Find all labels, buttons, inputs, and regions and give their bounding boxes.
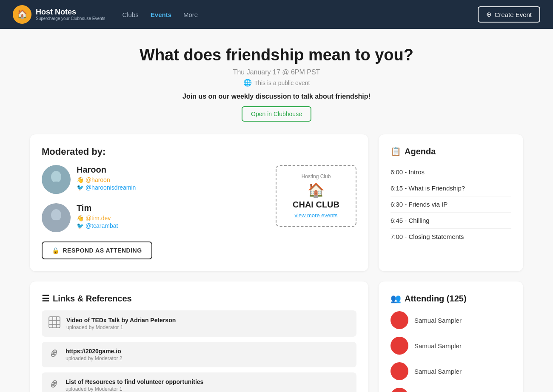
hosting-club-name: CHAI CLUB xyxy=(287,200,345,210)
link-info-url: https://2020game.io uploaded by Moderato… xyxy=(66,348,122,361)
haroon-clubhouse: 👋 @haroon xyxy=(77,176,136,183)
agenda-item-4: 6:45 - Chilling xyxy=(391,213,511,229)
attendee-avatar-3 xyxy=(391,362,408,380)
nav-links: Clubs Events More xyxy=(122,11,478,18)
haroon-twitter: 🐦 @haroonisdreamin xyxy=(77,184,136,191)
svg-point-3 xyxy=(51,171,61,183)
agenda-item-1: 6:00 - Intros xyxy=(391,164,511,180)
link-title-resources: List of Resources to find volunteer oppo… xyxy=(66,378,203,385)
lock-icon: 🔒 xyxy=(52,247,60,254)
attendee-name-2: Samual Sampler xyxy=(414,342,462,349)
video-icon xyxy=(48,316,60,331)
svg-rect-8 xyxy=(49,317,60,328)
globe-icon: 🌐 xyxy=(243,79,252,87)
attend-section: 🔒 RESPOND AS ATTENDING xyxy=(42,241,263,259)
attendee-3: Samual Sampler xyxy=(391,362,511,380)
event-public: 🌐 This is a public event xyxy=(243,79,310,87)
attending-title: 👥 Attending (125) xyxy=(391,293,511,304)
logo-sub: Supercharge your Clubhouse Events xyxy=(36,16,105,21)
tim-avatar xyxy=(42,203,71,232)
svg-point-6 xyxy=(51,209,61,221)
hosting-club-box: Hosting Club 🏠 CHAI CLUB view more event… xyxy=(276,165,356,227)
open-clubhouse-button[interactable]: Open in Clubhouse xyxy=(242,106,311,122)
haroon-name: Haroon xyxy=(77,165,136,175)
page-content: What does friendship mean to you? Thu Ja… xyxy=(21,29,532,392)
link-item-resources: List of Resources to find volunteer oppo… xyxy=(42,372,356,392)
chain-icon-2 xyxy=(48,378,60,392)
links-title: ☰ Links & References xyxy=(42,293,356,304)
agenda-item-5: 7:00 - Closing Statements xyxy=(391,229,511,244)
nav-clubs[interactable]: Clubs xyxy=(122,11,138,18)
attending-card: 👥 Attending (125) Samual Sampler Samual … xyxy=(379,281,523,392)
moderated-card: Moderated by: Haroon 👋 @haroon xyxy=(30,134,368,271)
link-uploader-video: uploaded by Moderator 1 xyxy=(66,324,176,330)
create-event-button[interactable]: ⊕ Create Event xyxy=(478,6,540,23)
logo: 🏠 Host Notes Supercharge your Clubhouse … xyxy=(13,5,105,24)
logo-text: Host Notes xyxy=(36,8,105,17)
moderated-label: Moderated by: xyxy=(42,146,356,157)
attendee-name-3: Samual Sampler xyxy=(414,368,462,375)
moderators-list: Haroon 👋 @haroon 🐦 @haroonisdreamin xyxy=(42,165,263,259)
plus-icon: ⊕ xyxy=(486,11,492,18)
haroon-info: Haroon 👋 @haroon 🐦 @haroonisdreamin xyxy=(77,165,136,192)
moderators-container: Haroon 👋 @haroon 🐦 @haroonisdreamin xyxy=(42,165,356,259)
nav-events[interactable]: Events xyxy=(151,11,171,18)
house-icon: 🏠 xyxy=(287,182,345,198)
tim-info: Tim 👋 @tim.dev 🐦 @tcarambat xyxy=(77,203,118,230)
bottom-grid: ☰ Links & References Video of TEDx Talk … xyxy=(30,281,523,392)
event-header: What does friendship mean to you? Thu Ja… xyxy=(30,46,523,122)
link-uploader-resources: uploaded by Moderator 1 xyxy=(66,386,203,392)
attendee-avatar-4 xyxy=(391,388,408,392)
attendee-1: Samual Sampler xyxy=(391,311,511,329)
attendee-avatar-1 xyxy=(391,311,408,329)
top-grid: Moderated by: Haroon 👋 @haroon xyxy=(30,134,523,271)
view-more-events-link[interactable]: view more events xyxy=(287,212,345,219)
tim-clubhouse: 👋 @tim.dev xyxy=(77,215,118,222)
attendee-name-1: Samual Sampler xyxy=(414,317,462,324)
moderator-tim: Tim 👋 @tim.dev 🐦 @tcarambat xyxy=(42,203,263,232)
link-title-video: Video of TEDx Talk by Adrian Peterson xyxy=(66,317,176,324)
tim-name: Tim xyxy=(77,203,118,213)
nav-more[interactable]: More xyxy=(183,11,198,18)
attendee-avatar-2 xyxy=(391,337,408,355)
tim-twitter: 🐦 @tcarambat xyxy=(77,222,118,229)
link-item-url: https://2020game.io uploaded by Moderato… xyxy=(42,342,356,367)
link-info-resources: List of Resources to find volunteer oppo… xyxy=(66,378,203,392)
navbar: 🏠 Host Notes Supercharge your Clubhouse … xyxy=(0,0,553,29)
logo-icon: 🏠 xyxy=(13,5,31,24)
agenda-card: 📋 Agenda 6:00 - Intros 6:15 - What is Fr… xyxy=(379,134,523,271)
event-date: Thu January 17 @ 6PM PST xyxy=(30,68,523,76)
agenda-title: 📋 Agenda xyxy=(391,146,511,156)
event-description: Join us on our weekly discussion to talk… xyxy=(30,93,523,100)
link-info-video: Video of TEDx Talk by Adrian Peterson up… xyxy=(66,317,176,330)
link-item-video: Video of TEDx Talk by Adrian Peterson up… xyxy=(42,310,356,337)
haroon-avatar xyxy=(42,165,71,194)
people-icon: 👥 xyxy=(391,293,401,304)
agenda-item-3: 6:30 - Friends via IP xyxy=(391,196,511,213)
attendee-4: Samual Sampler xyxy=(391,388,511,392)
attend-button[interactable]: 🔒 RESPOND AS ATTENDING xyxy=(42,241,152,259)
moderator-haroon: Haroon 👋 @haroon 🐦 @haroonisdreamin xyxy=(42,165,263,194)
hosting-club-label: Hosting Club xyxy=(287,173,345,179)
link-title-url: https://2020game.io xyxy=(66,348,122,355)
agenda-item-2: 6:15 - What is Friendship? xyxy=(391,180,511,196)
event-title: What does friendship mean to you? xyxy=(30,46,523,64)
svg-text:🏠: 🏠 xyxy=(17,9,28,19)
link-uploader-url: uploaded by Moderator 2 xyxy=(66,355,122,361)
links-card: ☰ Links & References Video of TEDx Talk … xyxy=(30,281,368,392)
attendee-2: Samual Sampler xyxy=(391,337,511,355)
chain-icon-1 xyxy=(48,348,60,361)
links-icon: ☰ xyxy=(42,293,49,304)
agenda-icon: 📋 xyxy=(391,146,401,156)
